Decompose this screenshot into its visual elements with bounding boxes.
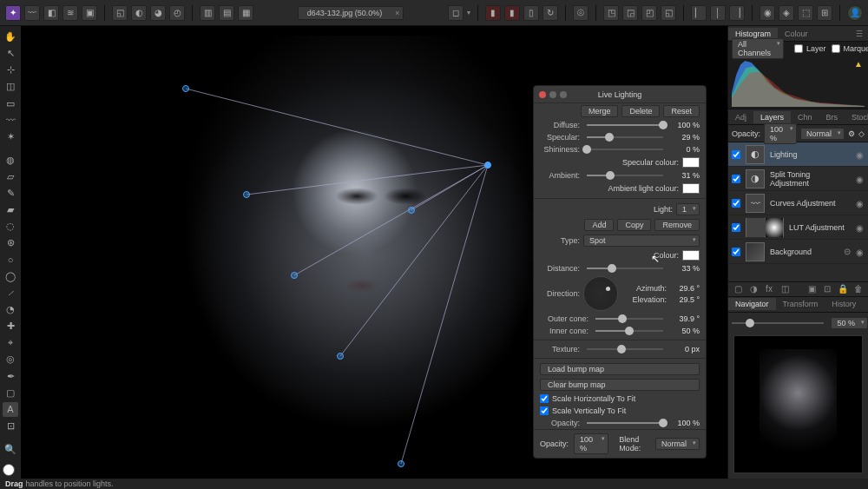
zoom-tool-icon[interactable]: 🔍 xyxy=(3,442,18,457)
wand-tool-icon[interactable]: ✶ xyxy=(3,129,18,144)
move-tool-icon[interactable]: ↖ xyxy=(3,46,18,61)
layer-row[interactable]: Background⊝◉ xyxy=(728,240,868,264)
zoom-slider[interactable] xyxy=(732,319,824,327)
layer-visibility-checkbox[interactable] xyxy=(732,150,740,159)
hist-layer-checkbox[interactable]: Layer xyxy=(794,44,826,53)
persona-develop-icon[interactable]: ◧ xyxy=(43,5,59,21)
app-logo-icon[interactable]: ✦ xyxy=(5,5,21,21)
smudge-tool-icon[interactable]: ⟋ xyxy=(3,286,18,301)
mode-c-icon[interactable]: ▯ xyxy=(523,5,539,21)
light-handle[interactable] xyxy=(337,353,344,360)
redeye-tool-icon[interactable]: ◎ xyxy=(3,352,18,367)
layer-opacity-select[interactable]: 100 % xyxy=(764,123,797,144)
channels-select[interactable]: All Channels xyxy=(732,38,784,59)
mask-icon[interactable]: ▢ xyxy=(732,283,744,295)
specular-colour-swatch[interactable] xyxy=(682,157,700,168)
align-l-icon[interactable]: ▏ xyxy=(691,5,707,21)
layer-visibility-checkbox[interactable] xyxy=(732,199,740,208)
reset-button[interactable]: Reset xyxy=(663,105,700,117)
refresh-icon[interactable]: ↻ xyxy=(542,5,558,21)
pen-tool-icon[interactable]: ✒ xyxy=(3,369,18,384)
tab-navigator[interactable]: Navigator xyxy=(728,298,776,310)
insert-icon[interactable]: ⊞ xyxy=(817,5,832,21)
arrange-c-icon[interactable]: ◰ xyxy=(641,5,657,21)
remove-button[interactable]: Remove xyxy=(654,219,700,231)
foreground-background-colour[interactable] xyxy=(3,464,18,479)
layer-visibility-checkbox[interactable] xyxy=(732,248,740,256)
light-handle[interactable] xyxy=(398,460,404,467)
blur-tool-icon[interactable]: ◔ xyxy=(3,302,18,317)
light-handle[interactable] xyxy=(408,207,415,214)
crop-tool-icon[interactable]: ◫ xyxy=(3,79,18,94)
group-icon[interactable]: ▣ xyxy=(806,283,818,295)
arrange-a-icon[interactable]: ◳ xyxy=(603,5,619,21)
persona-tone-icon[interactable]: ≋ xyxy=(62,5,78,21)
burn-tool-icon[interactable]: ◯ xyxy=(3,269,18,284)
mode-red-b-icon[interactable]: ▮ xyxy=(504,5,520,21)
tab-chn[interactable]: Chn xyxy=(791,111,819,123)
type-select[interactable]: Spot xyxy=(583,235,700,247)
bump-opacity-slider[interactable] xyxy=(587,419,663,427)
tab-stock[interactable]: Stock xyxy=(845,111,868,123)
add-button[interactable]: Add xyxy=(584,219,614,231)
tab-adj[interactable]: Adj xyxy=(728,111,753,123)
lock-icon[interactable]: ⬚ xyxy=(798,5,813,21)
load-bump-button[interactable]: Load bump map xyxy=(540,363,700,375)
clone-tool-icon[interactable]: ⊛ xyxy=(3,235,18,250)
layer-row[interactable]: LUT Adjustment◉ xyxy=(728,215,868,240)
lasso-tool-icon[interactable]: 〰 xyxy=(3,113,18,128)
adjustment-icon[interactable]: ◑ xyxy=(747,283,760,295)
direction-wheel[interactable] xyxy=(583,276,618,311)
arrange-d-icon[interactable]: ◱ xyxy=(661,5,676,21)
snap-icon[interactable]: ◉ xyxy=(760,5,775,21)
outer-cone-slider[interactable] xyxy=(595,314,663,323)
light-colour-swatch[interactable] xyxy=(682,250,700,261)
layer-row[interactable]: 〰Curves Adjustment◉ xyxy=(728,191,868,215)
navigator-menu-icon[interactable]: ☰ xyxy=(863,298,868,310)
account-icon[interactable]: 👤 xyxy=(847,5,863,21)
layer-eye-icon[interactable]: ◉ xyxy=(856,223,865,232)
scale-v-checkbox[interactable]: Scale Vertically To Fit xyxy=(540,406,626,415)
panel-menu-icon[interactable]: ☰ xyxy=(851,28,868,40)
scale-h-checkbox[interactable]: Scale Horizontally To Fit xyxy=(540,394,635,403)
light-handle[interactable] xyxy=(484,162,491,169)
layer-visibility-checkbox[interactable] xyxy=(732,223,740,232)
photo-icon[interactable]: ◱ xyxy=(112,5,128,21)
copy-button[interactable]: Copy xyxy=(617,219,651,231)
mode-red-a-icon[interactable]: ▮ xyxy=(485,5,501,21)
footer-opacity-select[interactable]: 100 % xyxy=(574,433,608,454)
tab-transform[interactable]: Transform xyxy=(776,298,825,310)
ambient-slider[interactable] xyxy=(587,171,663,180)
toggle-b-icon[interactable]: ▤ xyxy=(219,5,234,21)
link-icon[interactable]: ⊡ xyxy=(821,283,833,295)
view-mode-icon[interactable]: ◻ xyxy=(448,5,464,21)
document-tab[interactable]: d643-132.jpg (50.0%) × xyxy=(298,6,404,20)
persona-liquify-icon[interactable]: 〰 xyxy=(24,5,40,21)
close-tab-icon[interactable]: × xyxy=(395,9,399,17)
layer-row[interactable]: ◐Lighting◉ xyxy=(728,142,868,167)
trash-icon[interactable]: 🗑 xyxy=(852,283,865,295)
selection-tool-icon[interactable]: ▭ xyxy=(3,96,18,111)
colour-picker-icon[interactable]: ⊹ xyxy=(3,63,18,77)
layer-blend-select[interactable]: Normal xyxy=(800,128,845,140)
inner-cone-slider[interactable] xyxy=(595,327,663,335)
shininess-slider[interactable] xyxy=(587,145,663,154)
distance-slider[interactable] xyxy=(587,264,663,273)
delete-button[interactable]: Delete xyxy=(621,105,660,117)
layer-eye-icon[interactable]: ◉ xyxy=(856,199,865,208)
texture-slider[interactable] xyxy=(587,345,663,354)
tab-layers[interactable]: Layers xyxy=(753,111,791,123)
fill-tool-icon[interactable]: ▰ xyxy=(3,202,18,217)
clip-icon[interactable]: ◈ xyxy=(779,5,794,21)
dodge-tool-icon[interactable]: ○ xyxy=(3,253,18,268)
layer-row[interactable]: ◑Split Toning Adjustment◉ xyxy=(728,167,868,191)
merge-button[interactable]: Merge xyxy=(581,105,619,117)
hist-marquee-checkbox[interactable]: Marquee xyxy=(832,44,868,53)
gradient-tool-icon[interactable]: ▱ xyxy=(3,169,18,184)
light-handle[interactable] xyxy=(243,191,250,198)
crop-layer-icon[interactable]: ◫ xyxy=(779,283,791,295)
auto-contrast-icon[interactable]: ◴ xyxy=(169,5,185,21)
shape-tool-icon[interactable]: ▢ xyxy=(3,386,18,400)
layer-visibility-checkbox[interactable] xyxy=(732,175,740,183)
tab-colour[interactable]: Colour xyxy=(778,28,815,40)
